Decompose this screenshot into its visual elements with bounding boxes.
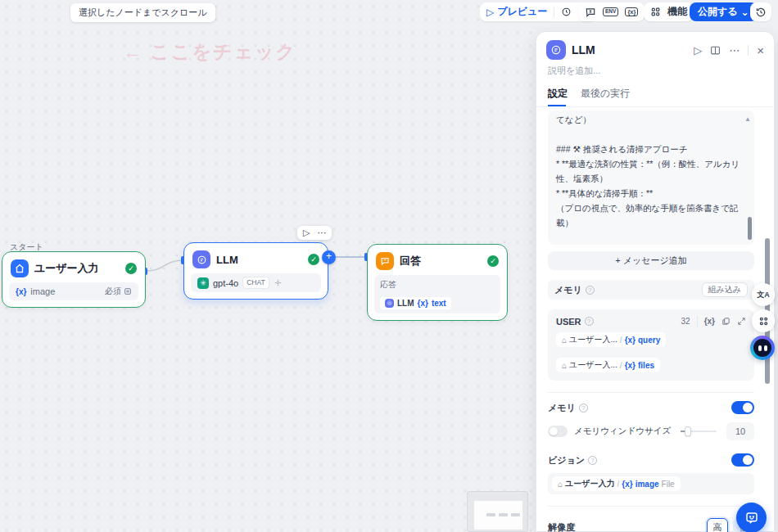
info-icon: ?	[585, 317, 594, 326]
ai-assistant-button[interactable]	[750, 336, 775, 360]
more-icon[interactable]: ⋯	[729, 44, 740, 56]
variable-icon: {x}	[625, 361, 636, 370]
chat-variable-icon[interactable]	[585, 7, 596, 18]
prompt-scrollbar[interactable]	[748, 217, 752, 240]
node-more-icon[interactable]: ⋯	[317, 228, 326, 238]
variable-ref-pill[interactable]: ⌂ ユーザー入... / {x} files	[556, 358, 660, 372]
apps-button[interactable]	[752, 309, 775, 332]
variable-ref-pill[interactable]: ⌂ ユーザー入... / {x} query	[556, 332, 666, 347]
panel-title: LLM	[572, 43, 688, 56]
tab-last-run[interactable]: 最後の実行	[581, 87, 630, 106]
apps-grid-icon	[758, 316, 769, 327]
preview-button[interactable]: ▷ プレビュー	[486, 5, 547, 19]
support-chat-button[interactable]	[736, 503, 767, 532]
variable-name: image	[30, 286, 55, 296]
ref-node-name: LLM	[397, 299, 414, 308]
variable-icon: {x}	[16, 287, 26, 296]
run-history-icon[interactable]	[561, 7, 572, 17]
model-type-badge: CHAT	[242, 277, 269, 289]
expand-icon[interactable]	[737, 317, 746, 326]
success-check-icon: ✓	[125, 263, 137, 274]
vision-variable-bar: ⌂ ユーザー入力 / {x} image File	[548, 473, 754, 494]
variable-icon: {x}	[622, 480, 632, 489]
memory-toggle[interactable]	[731, 401, 754, 414]
success-check-icon: ✓	[308, 254, 319, 265]
variables-group: ENV {x}	[578, 2, 645, 21]
ref-var: files	[638, 361, 654, 370]
run-node-icon[interactable]: ▷	[303, 228, 310, 238]
node-llm[interactable]: LLM ✓ ✳ gpt-4o CHAT	[183, 242, 328, 300]
window-size-label: メモリウィンドウサイズ	[574, 426, 671, 437]
run-icon[interactable]: ▷	[694, 44, 702, 56]
success-check-icon: ✓	[487, 255, 499, 267]
home-icon: ⌂	[558, 480, 563, 489]
node-title: 回答	[400, 254, 482, 268]
vision-toggle[interactable]	[731, 453, 754, 467]
prompt-editor[interactable]: てなど） ### ⚒ 推奨される清掃アプローチ * **最適な洗剤の性質：**（…	[548, 110, 754, 245]
node-hover-toolbar[interactable]: ▷ ⋯	[297, 226, 332, 240]
ref-var: query	[638, 336, 660, 345]
answer-output-label: 応答	[380, 279, 495, 291]
model-name: gpt-4o	[213, 278, 238, 288]
publish-button[interactable]: 公開する ⌄	[690, 2, 758, 21]
window-size-slider[interactable]	[681, 431, 717, 432]
version-history-button[interactable]	[750, 2, 771, 21]
vision-label: ビジョン	[548, 454, 585, 467]
info-icon: ?	[588, 456, 597, 465]
vision-toggle-row: ビジョン ?	[548, 453, 754, 467]
window-size-row: メモリウィンドウサイズ 10	[548, 422, 754, 440]
slider-thumb[interactable]	[685, 426, 691, 436]
minimap-node	[499, 513, 508, 516]
features-button[interactable]: 機能	[644, 2, 694, 21]
tab-settings[interactable]: 設定	[548, 87, 568, 106]
user-role-label: USER	[556, 317, 581, 327]
translate-icon: 文A	[757, 290, 770, 300]
chevron-down-icon: ⌄	[741, 7, 749, 18]
insert-variable-icon[interactable]: {x}	[704, 317, 715, 326]
node-user-input[interactable]: ユーザー入力 ✓ {x} image 必須	[2, 251, 146, 308]
prompt-text[interactable]: てなど） ### ⚒ 推奨される清掃アプローチ * **最適な洗剤の性質：**（…	[556, 112, 744, 245]
add-next-node-button[interactable]: +	[322, 250, 336, 264]
memory-label: メモリ	[554, 284, 582, 296]
close-icon[interactable]: ×	[757, 43, 764, 57]
node-variable-row[interactable]: {x} image 必須	[9, 282, 138, 300]
description-placeholder[interactable]: 説明を追加...	[536, 61, 774, 77]
minimap-viewport	[474, 501, 522, 530]
divider	[548, 506, 754, 507]
resolution-high-button[interactable]: 高	[707, 518, 728, 532]
user-message-block[interactable]: USER ? 32 {x} ⌂ ユーザー入... / {x} query ⌂ ユ	[548, 309, 754, 381]
minimap-node	[486, 513, 495, 516]
file-field-icon	[124, 287, 132, 295]
split-view-icon[interactable]	[710, 45, 721, 56]
features-icon	[650, 7, 661, 17]
node-title: LLM	[216, 254, 302, 266]
add-message-button[interactable]: + メッセージ追加	[548, 251, 754, 270]
node-title: ユーザー入力	[34, 261, 120, 276]
translate-button[interactable]: 文A	[752, 283, 775, 306]
home-icon	[11, 259, 29, 277]
variable-inspect-icon[interactable]: {x}	[625, 7, 638, 17]
answer-output-box: 応答 ◎ LLM {x} text	[374, 275, 500, 313]
panel-tabs: 設定 最後の実行	[536, 77, 774, 107]
model-row[interactable]: ✳ gpt-4o CHAT	[191, 273, 321, 292]
llm-icon	[546, 40, 566, 60]
scroll-to-node-tooltip: 選択したノードまでスクロール	[70, 3, 215, 22]
env-variable-icon[interactable]: ENV	[603, 7, 618, 16]
llm-config-panel: LLM ▷ ⋯ × 説明を追加... 設定 最後の実行 てなど） ### ⚒ 推…	[536, 31, 775, 532]
window-size-toggle[interactable]	[548, 426, 568, 437]
vision-variable-pill[interactable]: ⌂ ユーザー入力 / {x} image File	[552, 476, 681, 491]
memory-section-header: メモリ ? 組み込み	[548, 280, 754, 300]
required-label: 必須	[105, 286, 121, 297]
builtin-badge: 組み込み	[702, 282, 748, 297]
minimap[interactable]	[467, 491, 528, 532]
variable-icon: {x}	[625, 336, 636, 345]
window-size-value[interactable]: 10	[726, 422, 754, 440]
copy-icon[interactable]	[721, 317, 731, 326]
scroll-up-icon[interactable]: ▲	[744, 115, 751, 123]
divider	[548, 392, 754, 393]
resolution-row: 解像度 高 低	[548, 518, 754, 532]
ref-node: ユーザー入...	[569, 359, 617, 371]
memory-toggle-row: メモリ ?	[548, 401, 754, 414]
node-answer[interactable]: 回答 ✓ 応答 ◎ LLM {x} text	[367, 244, 508, 321]
answer-variable-ref[interactable]: ◎ LLM {x} text	[380, 297, 451, 309]
